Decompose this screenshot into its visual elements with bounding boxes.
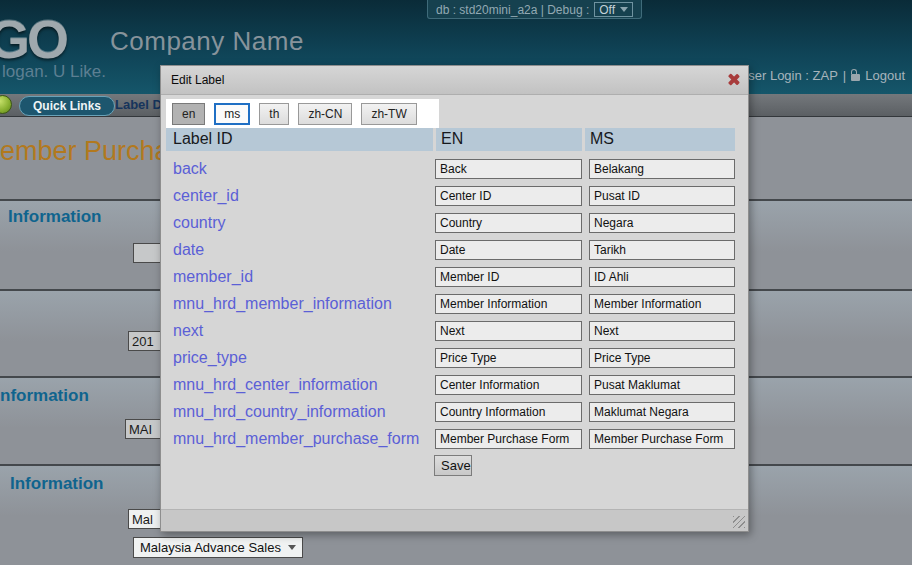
language-tabs: enmsthzh-CNzh-TW [166, 99, 439, 128]
label-id-link[interactable]: country [173, 214, 225, 232]
table-row: mnu_hrd_member_purchase_form [161, 428, 748, 455]
section-title: Information [10, 474, 104, 494]
tab-zh-TW[interactable]: zh-TW [361, 103, 416, 125]
table-row: back [161, 158, 748, 185]
en-input[interactable] [435, 402, 582, 422]
label-id-link[interactable]: back [173, 160, 207, 178]
nav-item-label-definition[interactable]: Label D [115, 97, 162, 112]
chevron-down-icon [288, 545, 296, 550]
ms-input[interactable] [589, 402, 735, 422]
ms-input[interactable] [589, 213, 735, 233]
ms-input[interactable] [589, 348, 735, 368]
page-title: ember Purcha [0, 136, 170, 167]
save-button[interactable]: Save [434, 455, 472, 476]
tab-zh-CN[interactable]: zh-CN [298, 103, 352, 125]
ms-input[interactable] [589, 375, 735, 395]
dialog-title: Edit Label [171, 73, 224, 87]
en-input[interactable] [435, 267, 582, 287]
debug-value: Off [599, 3, 615, 17]
logout-link[interactable]: Logout [865, 68, 905, 83]
dialog-titlebar[interactable]: Edit Label [161, 66, 748, 95]
ms-input[interactable] [589, 294, 735, 314]
chevron-down-icon [620, 7, 628, 12]
tab-en[interactable]: en [172, 103, 205, 125]
close-icon[interactable] [727, 73, 740, 86]
ms-input[interactable] [589, 159, 735, 179]
en-input[interactable] [435, 240, 582, 260]
price-type-select[interactable]: Malaysia Advance Sales [133, 537, 303, 558]
label-id-link[interactable]: member_id [173, 268, 253, 286]
en-input[interactable] [435, 213, 582, 233]
user-login-area: User Login : ZAP | Logout [739, 68, 905, 83]
ms-input[interactable] [589, 429, 735, 449]
table-row: next [161, 320, 748, 347]
en-input[interactable] [435, 186, 582, 206]
en-input[interactable] [435, 321, 582, 341]
column-header-label-id: Label ID [166, 128, 433, 151]
en-input[interactable] [435, 429, 582, 449]
label-id-link[interactable]: mnu_hrd_country_information [173, 403, 386, 421]
debug-select[interactable]: Off [594, 2, 633, 17]
company-logo: GO [0, 8, 66, 70]
section-title: Information [8, 207, 102, 227]
table-row: center_id [161, 185, 748, 212]
label-id-link[interactable]: center_id [173, 187, 239, 205]
quick-links-button[interactable]: Quick Links [19, 96, 115, 116]
tab-ms[interactable]: ms [214, 103, 250, 125]
table-row: country [161, 212, 748, 239]
label-id-link[interactable]: next [173, 322, 203, 340]
price-type-value: Malaysia Advance Sales [140, 540, 281, 555]
table-row: member_id [161, 266, 748, 293]
table-row: date [161, 239, 748, 266]
separator: | [843, 68, 846, 83]
label-id-link[interactable]: date [173, 241, 204, 259]
edit-label-dialog: Edit Label enmsthzh-CNzh-TW Label ID EN … [160, 65, 749, 532]
en-input[interactable] [435, 348, 582, 368]
company-name: Company Name [110, 26, 304, 57]
resize-grip-icon[interactable] [733, 516, 745, 528]
label-id-link[interactable]: mnu_hrd_center_information [173, 376, 378, 394]
ms-input[interactable] [589, 186, 735, 206]
table-row: mnu_hrd_member_information [161, 293, 748, 320]
column-header-en: EN [436, 128, 582, 151]
logo-tagline: logan. U Like. [2, 62, 106, 82]
en-input[interactable] [435, 159, 582, 179]
label-id-link[interactable]: mnu_hrd_member_purchase_form [173, 430, 419, 448]
dialog-footer [161, 509, 748, 531]
table-row: price_type [161, 347, 748, 374]
label-table: back center_id country date member_id mn… [161, 158, 748, 455]
ms-input[interactable] [589, 240, 735, 260]
table-row: mnu_hrd_center_information [161, 374, 748, 401]
table-row: mnu_hrd_country_information [161, 401, 748, 428]
user-login-label: User Login : ZAP [739, 68, 838, 83]
section-title: nformation [0, 386, 89, 406]
ms-input[interactable] [589, 321, 735, 341]
db-debug-bar: db : std20mini_a2a | Debug : Off [427, 0, 642, 19]
label-id-link[interactable]: mnu_hrd_member_information [173, 295, 392, 313]
tab-th[interactable]: th [259, 103, 289, 125]
column-header-ms: MS [585, 128, 735, 151]
ms-input[interactable] [589, 267, 735, 287]
lock-icon [851, 74, 860, 81]
label-id-link[interactable]: price_type [173, 349, 247, 367]
en-input[interactable] [435, 294, 582, 314]
db-label: db : std20mini_a2a | Debug : [436, 3, 589, 17]
en-input[interactable] [435, 375, 582, 395]
